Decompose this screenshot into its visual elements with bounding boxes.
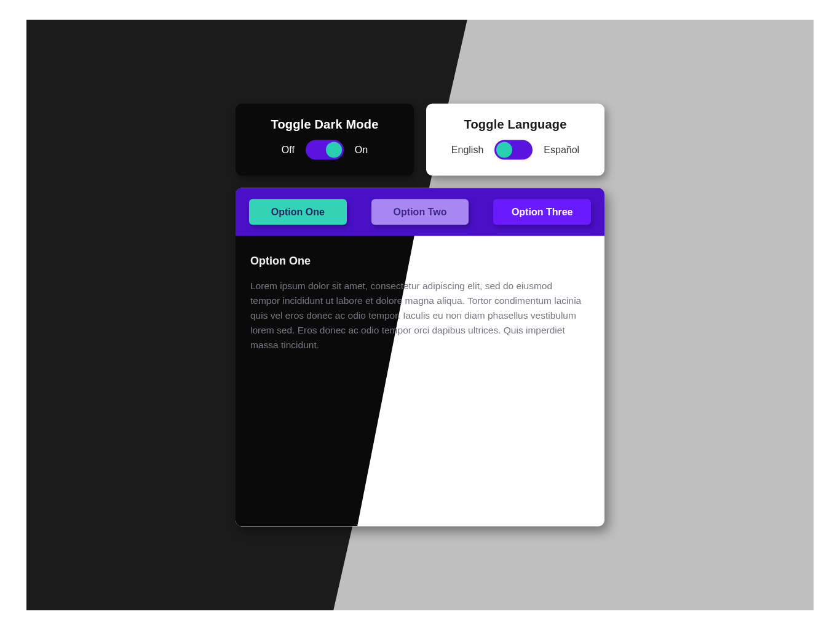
language-left-label: English	[451, 145, 483, 156]
dark-mode-card: Toggle Dark Mode Off On	[236, 104, 414, 176]
language-switch[interactable]	[494, 140, 533, 160]
tab-option-two[interactable]: Option Two	[371, 199, 469, 225]
language-switch-knob	[496, 142, 512, 158]
content-body: Lorem ipsum dolor sit amet, consectetur …	[250, 279, 582, 353]
center-column: Toggle Dark Mode Off On Toggle Language …	[236, 104, 604, 527]
tab-option-three[interactable]: Option Three	[493, 199, 591, 225]
dark-mode-toggle-row: Off On	[248, 140, 402, 160]
content-heading: Option One	[250, 255, 590, 268]
dark-mode-off-label: Off	[282, 145, 295, 156]
language-toggle-row: English Español	[438, 140, 592, 160]
dark-mode-switch[interactable]	[306, 140, 344, 160]
split-stage: Toggle Dark Mode Off On Toggle Language …	[26, 20, 814, 610]
language-right-label: Español	[544, 145, 579, 156]
tab-option-one[interactable]: Option One	[249, 199, 347, 225]
tab-card: Option One Option Two Option Three Optio…	[236, 188, 604, 527]
language-title: Toggle Language	[438, 118, 592, 132]
dark-mode-on-label: On	[355, 145, 368, 156]
language-card: Toggle Language English Español	[426, 104, 604, 176]
dark-mode-title: Toggle Dark Mode	[248, 118, 402, 132]
tab-content: Option One Lorem ipsum dolor sit amet, c…	[236, 236, 604, 371]
dark-mode-switch-knob	[326, 142, 342, 158]
toggle-cards-row: Toggle Dark Mode Off On Toggle Language …	[236, 104, 604, 176]
tab-bar: Option One Option Two Option Three	[236, 188, 604, 236]
